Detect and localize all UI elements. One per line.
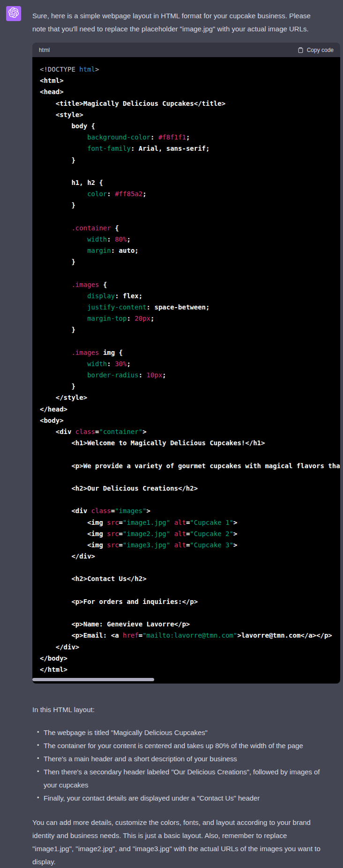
code-line: <title>Magically Delicious Cupcakes</tit… [40,98,340,109]
code-line: border-radius: 10px; [40,369,340,381]
code-line: <h2>Contact Us</h2> [40,573,340,584]
code-line: <div class="images"> [40,505,340,516]
code-line [40,494,340,505]
code-line: body { [40,120,340,132]
analysis-heading: In this HTML layout: [32,703,342,716]
code-line: </html> [40,664,340,675]
code-line: <h1>Welcome to Magically Delicious Cupca… [40,437,340,449]
code-line: <body> [40,415,340,426]
code-line: width: 30%; [40,358,340,369]
code-line: </div> [40,551,340,562]
code-block-header: html Copy code [32,43,340,57]
list-item: The webpage is titled "Magically Delicio… [44,726,342,739]
code-line [40,449,340,460]
code-content: <!DOCTYPE html><html><head> <title>Magic… [40,64,340,675]
list-item: The container for your content is center… [44,739,342,752]
code-line: .images { [40,279,340,290]
code-line: display: flex; [40,290,340,302]
list-item: Then there's a secondary header labeled … [44,765,342,792]
copy-code-label: Copy code [307,47,334,53]
code-line: margin-top: 20px; [40,313,340,324]
chat-page: { "ui_colors": { "page_background": "#44… [0,0,343,868]
code-line [40,607,340,618]
code-line [40,211,340,222]
code-line: <p>For orders and inquiries:</p> [40,596,340,607]
code-line: <p>Email: <a href="mailto:lavorre@tmn.co… [40,630,340,641]
code-line: <img src="image3.jpg" alt="Cupcake 3"> [40,539,340,551]
code-line: width: 80%; [40,234,340,245]
code-line: </body> [40,653,340,664]
code-line: margin: auto; [40,245,340,256]
code-line: </style> [40,392,340,403]
code-line [40,585,340,596]
code-line [40,267,340,279]
code-line [40,336,340,347]
code-line: <head> [40,86,340,97]
code-line: <div class="container"> [40,426,340,437]
code-line: <style> [40,109,340,120]
code-line [40,562,340,573]
code-line: } [40,381,340,392]
code-line: <html> [40,75,340,86]
code-line: </div> [40,641,340,653]
code-line: background-color: #f8f1f1; [40,132,340,143]
openai-logo-icon [8,7,19,20]
list-item: Finally, your contact details are displa… [44,792,342,805]
code-line: <img src="image2.jpg" alt="Cupcake 2"> [40,528,340,539]
code-line: } [40,256,340,267]
code-block: html Copy code <!DOCTYPE html><html><hea… [32,43,340,684]
code-line: <img src="image1.jpg" alt="Cupcake 1"> [40,517,340,528]
assistant-avatar [6,6,21,21]
code-scroll-area[interactable]: <!DOCTYPE html><html><head> <title>Magic… [32,57,340,684]
code-line: justify-content: space-between; [40,302,340,313]
code-line [40,471,340,483]
intro-paragraph: Sure, here is a simple webpage layout in… [32,9,342,36]
language-label: html [39,47,50,53]
code-line: <p>Name: Genevieve Lavorre</p> [40,618,340,630]
copy-code-button[interactable]: Copy code [298,47,334,53]
code-line: </head> [40,404,340,415]
code-line: h1, h2 { [40,177,340,188]
code-line: .container { [40,222,340,234]
code-line: color: #ff85a2; [40,188,340,199]
code-line: font-family: Arial, sans-serif; [40,143,340,154]
list-item: There's a main header and a short descri… [44,752,342,765]
code-line: } [40,154,340,166]
code-line: } [40,324,340,335]
code-line: .images img { [40,347,340,358]
horizontal-scrollbar-thumb[interactable] [32,678,154,681]
assistant-message: Sure, here is a simple webpage layout in… [32,0,342,868]
code-line: <p>We provide a variety of gourmet cupca… [40,460,340,471]
code-line: <!DOCTYPE html> [40,64,340,75]
code-line: } [40,199,340,211]
code-line: <h2>Our Delicious Creations</h2> [40,483,340,494]
outro-paragraph: You can add more details, customize the … [32,816,342,868]
clipboard-icon [298,47,304,53]
analysis-list: The webpage is titled "Magically Delicio… [32,726,342,805]
code-line [40,166,340,177]
